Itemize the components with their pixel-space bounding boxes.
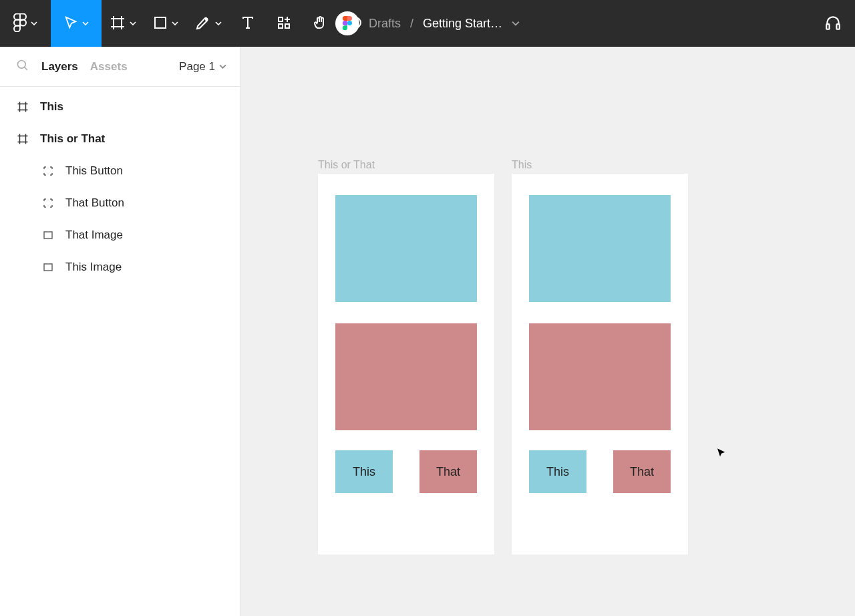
chevron-down-icon [215, 20, 222, 27]
breadcrumb: Drafts / Getting Start… [335, 0, 520, 47]
layer-label: This or That [40, 132, 105, 146]
button-label: This [353, 465, 375, 479]
svg-rect-24 [44, 264, 52, 271]
text-tool-button[interactable] [230, 0, 266, 47]
rectangle-icon [153, 15, 168, 32]
headphones-icon[interactable] [824, 14, 842, 33]
frame-icon [110, 15, 126, 33]
layer-label: This [40, 100, 63, 114]
chevron-down-icon [82, 20, 89, 27]
move-tool-button[interactable] [51, 0, 102, 47]
that-image[interactable] [335, 323, 477, 430]
top-toolbar: Drafts / Getting Start… [0, 0, 855, 47]
layer-label: This Image [65, 261, 122, 274]
search-icon[interactable] [16, 59, 29, 74]
button-label: That [436, 465, 460, 479]
chevron-down-icon [130, 20, 136, 27]
svg-rect-11 [826, 24, 829, 29]
layer-that-image[interactable]: That Image [0, 219, 240, 251]
canvas[interactable]: This or That This That This This That [240, 47, 855, 616]
breadcrumb-project[interactable]: Drafts [369, 17, 401, 31]
frame-icon [16, 133, 29, 145]
button-label: This [546, 465, 569, 479]
chevron-down-icon [219, 60, 226, 73]
breadcrumb-separator: / [410, 17, 413, 31]
figma-logo-icon [13, 13, 27, 34]
chevron-down-icon [31, 20, 37, 27]
artboard-this-or-that[interactable]: This That [318, 174, 494, 555]
that-image[interactable] [529, 323, 671, 430]
svg-line-14 [25, 67, 27, 70]
svg-rect-12 [836, 24, 839, 29]
that-button[interactable]: That [419, 450, 477, 493]
breadcrumb-file[interactable]: Getting Start… [423, 17, 502, 31]
frame-label-this-or-that[interactable]: This or That [318, 159, 375, 171]
tab-layers[interactable]: Layers [41, 60, 78, 73]
this-button[interactable]: This [529, 450, 586, 493]
layer-label: That Button [65, 196, 124, 210]
frame-tool-button[interactable] [102, 0, 144, 47]
hand-icon [312, 15, 328, 33]
chevron-down-icon [172, 20, 178, 27]
resources-icon [276, 15, 292, 33]
page-label: Page 1 [179, 60, 215, 73]
group-icon [41, 198, 55, 208]
svg-point-10 [347, 21, 352, 25]
layer-frame-this[interactable]: This [0, 91, 240, 123]
figma-badge-icon [335, 11, 359, 35]
text-icon [240, 15, 256, 33]
this-image[interactable] [335, 195, 477, 302]
frame-label-this[interactable]: This [512, 159, 532, 171]
layer-that-button[interactable]: That Button [0, 187, 240, 219]
svg-rect-9 [285, 24, 289, 28]
pen-tool-button[interactable] [187, 0, 230, 47]
svg-rect-5 [155, 17, 166, 28]
rectangle-icon [41, 262, 55, 273]
toolbar-right [824, 14, 855, 33]
group-icon [41, 166, 55, 176]
button-label: That [630, 465, 654, 479]
chevron-down-icon[interactable] [512, 17, 520, 31]
that-button[interactable]: That [613, 450, 671, 493]
layer-label: This Button [65, 164, 123, 178]
svg-rect-7 [279, 17, 283, 21]
svg-point-0 [20, 19, 26, 25]
svg-point-6 [206, 18, 207, 19]
rectangle-icon [41, 230, 55, 241]
svg-rect-8 [279, 24, 283, 28]
shape-tool-button[interactable] [144, 0, 187, 47]
cursor-icon [63, 15, 78, 32]
layer-frame-this-or-that[interactable]: This or That [0, 123, 240, 155]
pen-icon [195, 15, 211, 33]
page-selector[interactable]: Page 1 [179, 60, 226, 73]
artboard-this[interactable]: This That [512, 174, 688, 555]
this-button[interactable]: This [335, 450, 393, 493]
frame-icon [16, 101, 29, 113]
layer-this-image[interactable]: This Image [0, 251, 240, 283]
svg-rect-23 [44, 232, 52, 239]
resources-tool-button[interactable] [266, 0, 302, 47]
layer-label: That Image [65, 228, 123, 242]
cursor-icon [716, 448, 729, 461]
hand-tool-button[interactable] [302, 0, 338, 47]
left-panel: Layers Assets Page 1 This [0, 47, 240, 616]
panel-header: Layers Assets Page 1 [0, 47, 240, 87]
layer-list: This This or That This Button [0, 87, 240, 287]
layer-this-button[interactable]: This Button [0, 155, 240, 187]
main-menu-button[interactable] [0, 0, 51, 47]
svg-point-13 [18, 61, 26, 69]
this-image[interactable] [529, 195, 671, 302]
tab-assets[interactable]: Assets [90, 60, 128, 73]
